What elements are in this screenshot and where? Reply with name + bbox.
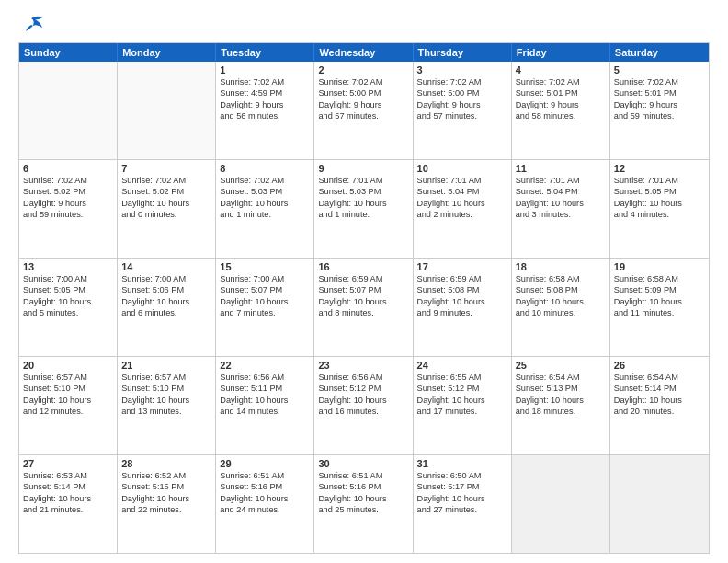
day-cell-11: 11Sunrise: 7:01 AMSunset: 5:04 PMDayligh…	[512, 160, 610, 258]
empty-cell	[118, 62, 216, 159]
cell-info-line: Sunset: 5:17 PM	[417, 481, 507, 492]
cell-info-line: and 20 minutes.	[614, 406, 705, 417]
cell-info-line: Sunrise: 7:02 AM	[220, 76, 310, 87]
cell-info-line: Daylight: 9 hours	[220, 99, 310, 110]
cell-info-line: and 57 minutes.	[318, 110, 408, 121]
cell-info-line: and 13 minutes.	[121, 406, 211, 417]
day-cell-4: 4Sunrise: 7:02 AMSunset: 5:01 PMDaylight…	[512, 62, 610, 159]
header	[18, 15, 710, 35]
day-number: 13	[23, 261, 113, 272]
cell-info-line: Daylight: 10 hours	[121, 493, 211, 504]
cell-info-line: Daylight: 10 hours	[614, 296, 705, 307]
cell-info-line: Sunset: 5:08 PM	[417, 284, 507, 295]
cell-info-line: Sunset: 5:00 PM	[318, 87, 408, 98]
logo	[18, 15, 48, 35]
cell-info-line: and 6 minutes.	[121, 307, 211, 318]
day-number: 26	[614, 360, 705, 371]
day-cell-24: 24Sunrise: 6:55 AMSunset: 5:12 PMDayligh…	[414, 357, 512, 454]
cell-info-line: Sunset: 5:02 PM	[121, 186, 211, 197]
cell-info-line: and 10 minutes.	[516, 307, 606, 318]
cell-info-line: Sunset: 5:14 PM	[23, 481, 113, 492]
empty-cell	[512, 455, 610, 553]
day-cell-21: 21Sunrise: 6:57 AMSunset: 5:10 PMDayligh…	[118, 357, 216, 454]
cell-info-line: Daylight: 9 hours	[318, 99, 408, 110]
week-row-4: 20Sunrise: 6:57 AMSunset: 5:10 PMDayligh…	[19, 356, 709, 454]
day-cell-8: 8Sunrise: 7:02 AMSunset: 5:03 PMDaylight…	[216, 160, 314, 258]
week-row-5: 27Sunrise: 6:53 AMSunset: 5:14 PMDayligh…	[19, 454, 709, 553]
cell-info-line: Sunrise: 6:56 AM	[318, 372, 408, 383]
cell-info-line: Daylight: 9 hours	[614, 99, 705, 110]
cell-info-line: and 16 minutes.	[318, 406, 408, 417]
cell-info-line: Sunset: 5:08 PM	[516, 284, 606, 295]
header-day-tuesday: Tuesday	[216, 43, 314, 62]
day-cell-6: 6Sunrise: 7:02 AMSunset: 5:02 PMDaylight…	[19, 160, 118, 258]
day-number: 14	[121, 261, 211, 272]
cell-info-line: Daylight: 10 hours	[220, 395, 310, 406]
empty-cell	[19, 62, 118, 159]
cell-info-line: Daylight: 10 hours	[516, 395, 606, 406]
day-cell-1: 1Sunrise: 7:02 AMSunset: 4:59 PMDaylight…	[216, 62, 314, 159]
day-number: 22	[220, 360, 310, 371]
cell-info-line: Sunrise: 7:02 AM	[318, 76, 408, 87]
cell-info-line: and 21 minutes.	[23, 504, 113, 515]
cell-info-line: Daylight: 10 hours	[516, 296, 606, 307]
cell-info-line: and 57 minutes.	[417, 110, 507, 121]
cell-info-line: and 59 minutes.	[614, 110, 705, 121]
day-cell-19: 19Sunrise: 6:58 AMSunset: 5:09 PMDayligh…	[610, 259, 709, 356]
cell-info-line: Daylight: 10 hours	[614, 395, 705, 406]
header-day-friday: Friday	[512, 43, 610, 62]
cell-info-line: and 25 minutes.	[318, 504, 408, 515]
day-number: 16	[318, 261, 408, 272]
day-number: 20	[23, 360, 113, 371]
cell-info-line: Sunset: 5:07 PM	[220, 284, 310, 295]
cell-info-line: Sunrise: 6:55 AM	[417, 372, 507, 383]
cell-info-line: Sunrise: 6:53 AM	[23, 470, 113, 481]
logo-bird-icon	[18, 15, 44, 35]
cell-info-line: Sunset: 5:12 PM	[318, 383, 408, 394]
day-number: 27	[23, 458, 113, 469]
day-cell-18: 18Sunrise: 6:58 AMSunset: 5:08 PMDayligh…	[512, 259, 610, 356]
day-number: 28	[121, 458, 211, 469]
cell-info-line: Sunrise: 6:59 AM	[318, 273, 408, 284]
cell-info-line: Sunset: 5:10 PM	[121, 383, 211, 394]
calendar-header: SundayMondayTuesdayWednesdayThursdayFrid…	[19, 43, 709, 62]
cell-info-line: Sunrise: 6:56 AM	[220, 372, 310, 383]
week-row-2: 6Sunrise: 7:02 AMSunset: 5:02 PMDaylight…	[19, 159, 709, 258]
day-cell-29: 29Sunrise: 6:51 AMSunset: 5:16 PMDayligh…	[216, 455, 314, 553]
cell-info-line: Daylight: 10 hours	[614, 198, 705, 209]
day-number: 17	[417, 261, 507, 272]
day-number: 31	[417, 458, 507, 469]
cell-info-line: Sunrise: 6:54 AM	[614, 372, 705, 383]
cell-info-line: Sunset: 5:03 PM	[220, 186, 310, 197]
cell-info-line: and 17 minutes.	[417, 406, 507, 417]
cell-info-line: Daylight: 10 hours	[220, 493, 310, 504]
day-number: 25	[516, 360, 606, 371]
day-cell-17: 17Sunrise: 6:59 AMSunset: 5:08 PMDayligh…	[414, 259, 512, 356]
cell-info-line: Sunset: 5:16 PM	[220, 481, 310, 492]
cell-info-line: Daylight: 10 hours	[121, 198, 211, 209]
day-number: 29	[220, 458, 310, 469]
cell-info-line: Sunset: 5:09 PM	[614, 284, 705, 295]
cell-info-line: Sunrise: 6:58 AM	[614, 273, 705, 284]
empty-cell	[610, 455, 709, 553]
cell-info-line: Sunrise: 7:02 AM	[121, 175, 211, 186]
cell-info-line: Sunrise: 7:02 AM	[23, 175, 113, 186]
cell-info-line: Sunset: 5:07 PM	[318, 284, 408, 295]
day-number: 5	[614, 64, 705, 75]
day-cell-25: 25Sunrise: 6:54 AMSunset: 5:13 PMDayligh…	[512, 357, 610, 454]
day-cell-3: 3Sunrise: 7:02 AMSunset: 5:00 PMDaylight…	[414, 62, 512, 159]
day-cell-2: 2Sunrise: 7:02 AMSunset: 5:00 PMDaylight…	[314, 62, 413, 159]
calendar: SundayMondayTuesdayWednesdayThursdayFrid…	[18, 42, 710, 554]
cell-info-line: Sunset: 5:05 PM	[614, 186, 705, 197]
day-number: 24	[417, 360, 507, 371]
cell-info-line: and 0 minutes.	[121, 209, 211, 220]
cell-info-line: Sunset: 5:02 PM	[23, 186, 113, 197]
cell-info-line: Daylight: 10 hours	[417, 296, 507, 307]
cell-info-line: Sunrise: 7:01 AM	[318, 175, 408, 186]
cell-info-line: Sunset: 5:05 PM	[23, 284, 113, 295]
day-number: 2	[318, 64, 408, 75]
cell-info-line: and 5 minutes.	[23, 307, 113, 318]
day-number: 9	[318, 163, 408, 174]
day-cell-9: 9Sunrise: 7:01 AMSunset: 5:03 PMDaylight…	[314, 160, 413, 258]
day-number: 23	[318, 360, 408, 371]
